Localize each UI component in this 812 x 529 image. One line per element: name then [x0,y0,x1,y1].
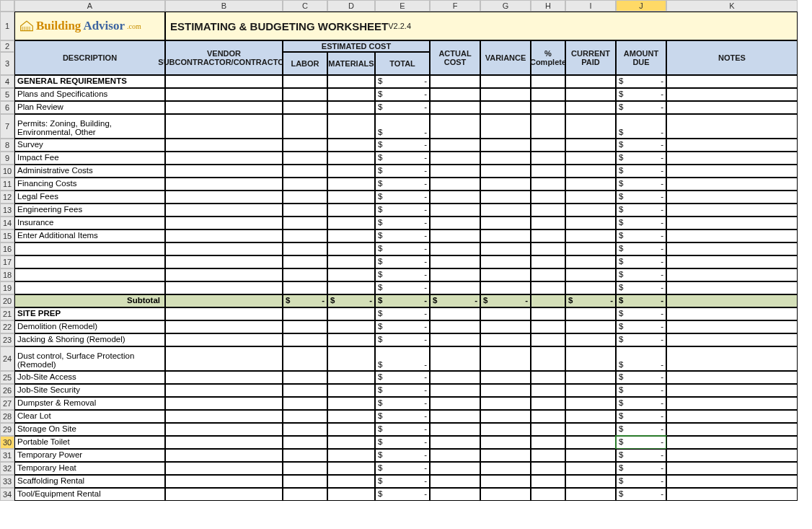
row-header-7[interactable]: 7 [0,114,14,139]
row-header-22[interactable]: 22 [0,320,14,333]
cell-J10[interactable]: $- [616,165,666,178]
cell-E33[interactable]: $- [375,475,430,488]
cell-A31[interactable]: Temporary Power [14,449,165,462]
cell-J29[interactable]: $- [616,423,666,436]
row-header-24[interactable]: 24 [0,346,14,371]
cell-K28[interactable] [666,410,798,423]
cell-A24[interactable]: Dust control, Surface Protection (Remode… [14,346,165,371]
cell-J21[interactable]: $- [616,307,666,320]
cell-D17[interactable] [327,255,375,268]
cell-G8[interactable] [480,139,531,152]
cell-C16[interactable] [283,242,327,255]
cell-E17[interactable]: $- [375,255,430,268]
cell-J22[interactable]: $- [616,320,666,333]
cell-H16[interactable] [531,242,565,255]
cell-H5[interactable] [531,88,565,101]
cell-J6[interactable]: $- [616,101,666,114]
row-header-8[interactable]: 8 [0,139,14,152]
cell-A17[interactable] [14,255,165,268]
cell-A11[interactable]: Financing Costs [14,178,165,191]
cell-F31[interactable] [430,449,480,462]
cell-H14[interactable] [531,217,565,229]
cell-B23[interactable] [165,333,283,346]
cell-J23[interactable]: $- [616,333,666,346]
cell-A7[interactable]: Permits: Zoning, Building, Environmental… [14,114,165,139]
cell-H10[interactable] [531,165,565,178]
cell-A15[interactable]: Enter Additional Items [14,229,165,242]
row-header-26[interactable]: 26 [0,384,14,397]
cell-F20[interactable]: $- [430,294,480,307]
cell-B32[interactable] [165,462,283,475]
cell-G9[interactable] [480,152,531,165]
cell-C34[interactable] [283,488,327,501]
cell-A22[interactable]: Demolition (Remodel) [14,320,165,333]
row-header-23[interactable]: 23 [0,333,14,346]
cell-E18[interactable]: $- [375,268,430,281]
row-header-30[interactable]: 30 [0,436,14,449]
col-header-A[interactable]: A [14,0,165,12]
cell-G17[interactable] [480,255,531,268]
cell-I5[interactable] [565,88,616,101]
col-header-H[interactable]: H [531,0,565,12]
cell-H21[interactable] [531,307,565,320]
cell-I7[interactable] [565,114,616,139]
cell-F7[interactable] [430,114,480,139]
cell-G5[interactable] [480,88,531,101]
cell-C11[interactable] [283,178,327,191]
cell-B10[interactable] [165,165,283,178]
cell-B20[interactable] [165,294,283,307]
cell-H20[interactable] [531,294,565,307]
cell-J8[interactable]: $- [616,139,666,152]
cell-B8[interactable] [165,139,283,152]
cell-C17[interactable] [283,255,327,268]
row-header-14[interactable]: 14 [0,217,14,229]
row-header-29[interactable]: 29 [0,423,14,436]
cell-B14[interactable] [165,217,283,229]
cell-G30[interactable] [480,436,531,449]
col-header-F[interactable]: F [430,0,480,12]
cell-A4[interactable]: GENERAL REQUIREMENTS [14,75,165,88]
cell-A10[interactable]: Administrative Costs [14,165,165,178]
row-header-20[interactable]: 20 [0,294,14,307]
row-header-32[interactable]: 32 [0,462,14,475]
cell-E16[interactable]: $- [375,242,430,255]
cell-B24[interactable] [165,346,283,371]
cell-C28[interactable] [283,410,327,423]
row-header-10[interactable]: 10 [0,165,14,178]
cell-I17[interactable] [565,255,616,268]
cell-K31[interactable] [666,449,798,462]
cell-G33[interactable] [480,475,531,488]
cell-C13[interactable] [283,204,327,217]
cell-K10[interactable] [666,165,798,178]
cell-H19[interactable] [531,281,565,294]
cell-F13[interactable] [430,204,480,217]
cell-G6[interactable] [480,101,531,114]
cell-F23[interactable] [430,333,480,346]
cell-E32[interactable]: $- [375,462,430,475]
cell-J27[interactable]: $- [616,397,666,410]
cell-B13[interactable] [165,204,283,217]
row-header-16[interactable]: 16 [0,242,14,255]
row-header-9[interactable]: 9 [0,152,14,165]
cell-K19[interactable] [666,281,798,294]
cell-G7[interactable] [480,114,531,139]
cell-J15[interactable]: $- [616,229,666,242]
cell-E19[interactable]: $- [375,281,430,294]
cell-K14[interactable] [666,217,798,229]
cell-B12[interactable] [165,191,283,204]
cell-G32[interactable] [480,462,531,475]
row-header-33[interactable]: 33 [0,475,14,488]
cell-D6[interactable] [327,101,375,114]
cell-I25[interactable] [565,371,616,384]
cell-A32[interactable]: Temporary Heat [14,462,165,475]
cell-A29[interactable]: Storage On Site [14,423,165,436]
cell-G34[interactable] [480,488,531,501]
cell-B5[interactable] [165,88,283,101]
cell-A34[interactable]: Tool/Equipment Rental [14,488,165,501]
cell-A6[interactable]: Plan Review [14,101,165,114]
cell-K20[interactable] [666,294,798,307]
cell-H23[interactable] [531,333,565,346]
cell-F22[interactable] [430,320,480,333]
cell-D20[interactable]: $- [327,294,375,307]
cell-I26[interactable] [565,384,616,397]
